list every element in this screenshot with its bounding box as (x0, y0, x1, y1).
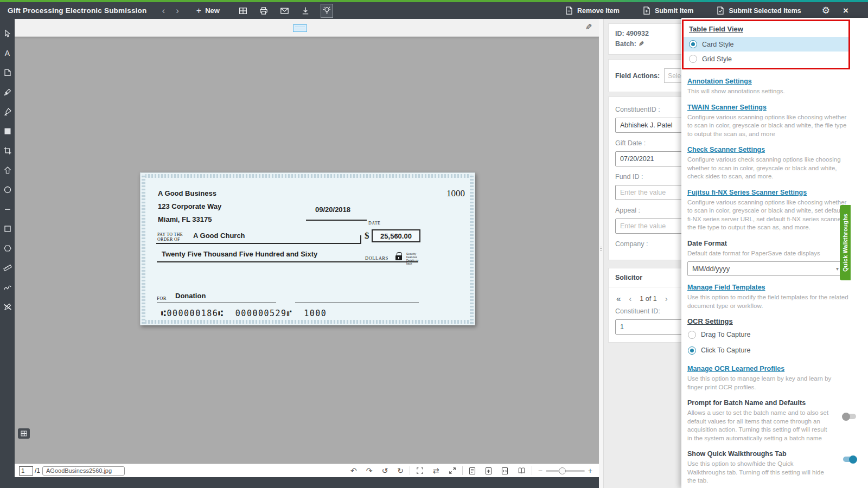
date-format-value: MM/dd/yyyy (692, 265, 730, 273)
manage-ocr-profiles-desc: Use this option to manage learn by key a… (687, 375, 848, 391)
prompt-batch-title: Prompt for Batch Name and Defaults (687, 399, 806, 407)
polygon-tool[interactable] (0, 239, 15, 258)
page-export-icon[interactable] (485, 467, 492, 475)
twain-settings-link[interactable]: TWAIN Scanner Settings (687, 104, 767, 111)
check-payee: A Good Church (193, 232, 245, 240)
print-button[interactable] (253, 7, 274, 15)
crop-tool[interactable] (0, 141, 15, 160)
app-title: Gift Processing Electronic Submission (8, 7, 146, 15)
batch-edit-pencil-icon[interactable]: ✎ (639, 39, 644, 49)
single-page-icon[interactable] (469, 467, 476, 475)
page-code-icon[interactable] (501, 467, 508, 475)
download-button[interactable] (295, 7, 316, 15)
scan-mode-button[interactable] (321, 4, 333, 18)
toolbar-right: Remove Item Submit Item Submit Selected … (542, 5, 868, 16)
annotation-settings-link[interactable]: Annotation Settings (687, 78, 752, 85)
date-format-select[interactable]: MM/dd/yyyy ▾ (687, 261, 844, 276)
highlighter-tool[interactable] (0, 102, 15, 121)
book-view-icon[interactable] (518, 467, 526, 474)
next-page-icon[interactable]: › (665, 294, 668, 303)
card-style-option[interactable]: Card Style (684, 37, 848, 52)
grid-style-option[interactable]: Grid Style (684, 52, 848, 66)
expand-icon[interactable] (449, 467, 456, 474)
new-button[interactable]: + New (196, 6, 220, 16)
splitter-grip-icon (600, 247, 602, 252)
click-to-capture-option[interactable]: Click To Capture (687, 343, 848, 357)
manage-ocr-profiles-section: Manage OCR Learned Profiles Use this opt… (687, 363, 848, 391)
note-tool[interactable] (0, 63, 15, 82)
manage-field-templates-desc: Use this option to modify the field temp… (687, 293, 848, 310)
zoom-slider[interactable] (546, 470, 585, 472)
page-number-input[interactable] (19, 466, 33, 476)
remove-item-button[interactable]: Remove Item (565, 6, 620, 15)
quick-walkthroughs-tab[interactable]: Quick Walkthroughs (840, 205, 851, 280)
ruler-icon (3, 264, 12, 272)
cursor-icon (3, 29, 12, 38)
check-signature-line (295, 303, 419, 303)
check-memo: Donation (175, 292, 206, 300)
nav-forward-icon[interactable]: › (170, 6, 184, 15)
check-memo-line (157, 303, 276, 303)
hide-annotations-tool[interactable] (0, 297, 15, 317)
viewer-canvas[interactable]: A Good Business 123 Corporate Way Miami,… (15, 37, 599, 464)
ruler-tool[interactable] (0, 258, 15, 278)
check-border (142, 174, 474, 178)
click-to-capture-label: Click To Capture (701, 346, 750, 354)
zoom-slider-knob[interactable] (559, 467, 566, 474)
check-amount-tick (360, 235, 361, 244)
zoom-out-icon[interactable]: − (538, 467, 542, 474)
plus-icon: + (196, 6, 201, 16)
show-walkthroughs-toggle[interactable] (843, 457, 856, 462)
edit-pencil-icon[interactable]: ✎ (585, 22, 592, 32)
zoom-in-icon[interactable]: + (588, 467, 592, 474)
arrow-up-icon (3, 166, 12, 175)
drag-to-capture-option[interactable]: Drag To Capture (687, 328, 848, 342)
fujitsu-settings-link[interactable]: Fujitsu fi-NX Series Scanner Settings (687, 189, 807, 196)
check-date: 09/20/2018 (315, 206, 350, 214)
text-tool[interactable]: A (0, 43, 15, 63)
rectangle-tool[interactable] (0, 219, 15, 239)
note-icon (3, 68, 12, 77)
submit-selected-items-button[interactable]: Submit Selected Items (716, 6, 801, 15)
arrow-tool[interactable] (0, 160, 15, 180)
ocr-settings-section: OCR Settings Drag To Capture Click To Ca… (687, 316, 848, 357)
select-cursor-tool[interactable] (0, 24, 15, 43)
thumbnail-panel-button[interactable] (18, 428, 30, 439)
rotate-left-icon[interactable]: ↺ (381, 467, 388, 474)
page-count: 1 of 1 (640, 295, 656, 303)
nav-back-icon[interactable]: ‹ (156, 6, 170, 15)
pen-tool[interactable] (0, 82, 15, 102)
line-tool[interactable] (0, 200, 15, 219)
undo-icon[interactable]: ↶ (350, 467, 357, 474)
redo-icon[interactable]: ↷ (366, 467, 373, 474)
panel-splitter[interactable] (599, 19, 604, 488)
page-total: /1 (35, 467, 40, 474)
check-border (470, 174, 474, 324)
manage-field-templates-link[interactable]: Manage Field Templates (687, 284, 765, 291)
stamp-preview[interactable] (293, 24, 307, 32)
prompt-batch-toggle[interactable] (843, 414, 856, 419)
check-payee-line (156, 243, 360, 244)
fit-to-screen-icon[interactable] (416, 467, 424, 474)
check-image[interactable]: A Good Business 123 Corporate Way Miami,… (140, 172, 475, 325)
check-scanner-settings-link[interactable]: Check Scanner Settings (687, 146, 765, 153)
ellipse-tool[interactable] (0, 180, 15, 200)
email-button[interactable] (274, 7, 295, 15)
check-scanner-settings-desc: Configure various check scanning options… (687, 156, 848, 181)
close-icon[interactable]: × (843, 5, 848, 16)
manage-field-templates-section: Manage Field Templates Use this option t… (687, 282, 848, 310)
settings-gear-icon[interactable]: ⚙ (822, 5, 830, 16)
filled-square-tool[interactable] (0, 121, 15, 141)
check-number: 1000 (446, 188, 465, 199)
rotate-right-icon[interactable]: ↻ (397, 467, 404, 474)
circle-icon (3, 185, 12, 194)
check-dollars-label: DOLLARS (365, 255, 388, 261)
first-page-icon[interactable]: « (616, 294, 621, 303)
grid-view-button[interactable] (233, 7, 253, 15)
submit-item-button[interactable]: Submit Item (642, 6, 694, 15)
freehand-tool[interactable] (0, 278, 15, 297)
fit-width-icon[interactable]: ⇄ (433, 467, 439, 474)
manage-ocr-profiles-link[interactable]: Manage OCR Learned Profiles (687, 365, 784, 373)
filename-input[interactable] (42, 466, 125, 476)
prev-page-icon[interactable]: ‹ (629, 294, 631, 303)
